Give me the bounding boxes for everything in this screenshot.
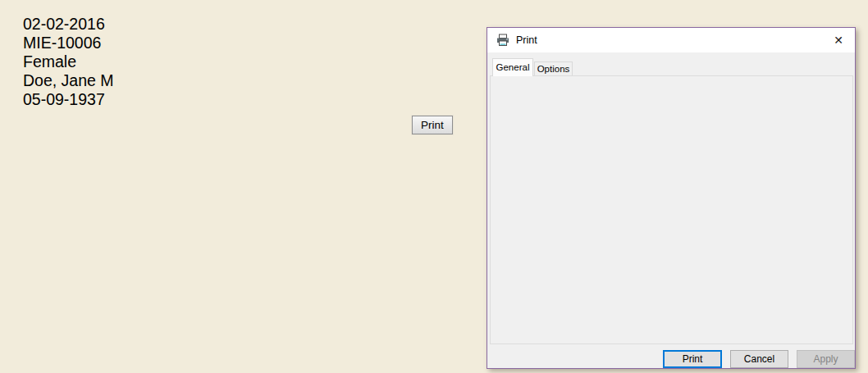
tab-options[interactable]: Options [534,61,573,76]
page-print-button[interactable]: Print [412,116,453,134]
printer-icon [496,34,509,47]
patient-info-line: 02-02-2016 [23,15,114,34]
dialog-print-button[interactable]: Print [663,350,722,368]
tab-general[interactable]: General [492,58,533,76]
tab-panel-general [490,75,853,344]
patient-info-line: Doe, Jane M [23,71,114,90]
dialog-title: Print [516,34,537,46]
patient-info-line: MIE-10006 [23,34,114,52]
dialog-cancel-button[interactable]: Cancel [730,350,788,368]
patient-info-line: Female [23,52,114,71]
print-dialog: Print ✕ General Options Select Printer A… [487,27,856,369]
dialog-apply-button[interactable]: Apply [797,350,855,368]
patient-info-block: 02-02-2016 MIE-10006 Female Doe, Jane M … [23,15,114,109]
dialog-titlebar[interactable]: Print ✕ [487,28,855,52]
patient-info-line: 05-09-1937 [23,90,114,109]
close-icon[interactable]: ✕ [831,33,846,48]
